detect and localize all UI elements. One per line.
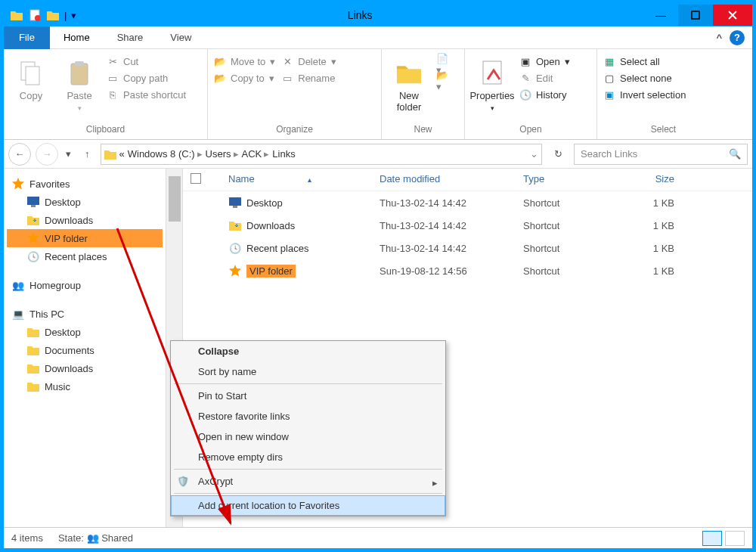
help-icon[interactable]: ?	[730, 30, 745, 45]
easy-access-icon[interactable]: 📂▾	[436, 75, 448, 87]
search-icon: 🔍	[729, 148, 741, 160]
svg-rect-5	[71, 64, 88, 85]
ctx-remove-empty[interactable]: Remove empty dirs	[171, 447, 445, 467]
star-icon	[228, 264, 242, 278]
table-row[interactable]: VIP folder Sun-19-08-12 14:56 Shortcut 1…	[183, 259, 752, 282]
sidebar-item-downloads[interactable]: Downloads	[7, 359, 163, 377]
monitor-icon	[228, 196, 242, 209]
homegroup-icon: 👥	[11, 278, 25, 292]
table-row[interactable]: 🕓Recent places Thu-13-02-14 14:42 Shortc…	[183, 237, 752, 259]
edit-button[interactable]: ✎Edit	[519, 72, 570, 84]
recent-icon: 🕓	[26, 250, 40, 263]
move-to-button[interactable]: 📂Move to ▾	[214, 55, 275, 67]
table-row[interactable]: Downloads Thu-13-02-14 14:42 Shortcut 1 …	[183, 214, 752, 237]
up-button[interactable]: ↑	[79, 148, 96, 160]
copy-button[interactable]: Copy	[10, 55, 52, 101]
close-button[interactable]	[713, 5, 752, 26]
chevron-right-icon: ▸	[234, 148, 239, 160]
chevron-right-icon: ▸	[197, 148, 203, 160]
select-none-button[interactable]: ▢Select none	[603, 72, 686, 84]
new-folder-button[interactable]: New folder	[388, 55, 430, 113]
ctx-sort[interactable]: Sort by name	[171, 361, 445, 382]
back-button[interactable]: ←	[8, 143, 31, 166]
breadcrumb-part[interactable]: Windows 8 (C:) ▸	[128, 148, 203, 160]
column-headers[interactable]: Name▴ Date modified Type Size	[183, 169, 752, 191]
status-bar: 4 items State: 👥 Shared	[4, 527, 752, 548]
new-icon[interactable]	[28, 8, 42, 22]
breadcrumb-part[interactable]: Users ▸	[206, 148, 239, 160]
sidebar-item-documents[interactable]: Documents	[7, 341, 163, 359]
copy-path-button[interactable]: ▭Copy path	[107, 72, 186, 84]
forward-button[interactable]: →	[36, 143, 58, 166]
breadcrumb-root[interactable]: «	[119, 148, 125, 160]
folder2-icon[interactable]	[46, 8, 60, 22]
star-icon	[26, 231, 40, 245]
icons-view-button[interactable]	[725, 531, 745, 546]
sidebar-item-vip-folder[interactable]: VIP folder	[7, 229, 163, 247]
history-button[interactable]: 🕓History	[519, 88, 570, 101]
paste-shortcut-button[interactable]: ⎘Paste shortcut	[107, 88, 186, 101]
sidebar-item-recent[interactable]: 🕓Recent places	[7, 247, 163, 265]
ctx-open-new[interactable]: Open in new window	[171, 426, 445, 447]
collapse-ribbon-icon[interactable]: ^	[708, 32, 730, 43]
open-button[interactable]: ▣Open ▾	[519, 55, 570, 67]
sidebar-item-desktop[interactable]: Desktop	[7, 193, 163, 211]
address-dropdown-icon[interactable]: ⌄	[530, 148, 538, 160]
chevron-down-icon: ▾	[565, 56, 570, 67]
table-row[interactable]: Desktop Thu-13-02-14 14:42 Shortcut 1 KB	[183, 191, 752, 214]
paste-button[interactable]: Paste ▾	[58, 55, 101, 112]
select-all-button[interactable]: ▦Select all	[603, 55, 686, 67]
maximize-button[interactable]	[678, 5, 713, 26]
folder-icon	[104, 148, 116, 160]
select-all-checkbox[interactable]	[191, 173, 201, 184]
address-bar[interactable]: « Windows 8 (C:) ▸ Users ▸ ACK ▸ Links ⌄	[101, 144, 543, 165]
chevron-down-icon: ▾	[331, 56, 336, 67]
tab-view[interactable]: View	[156, 27, 205, 48]
sidebar-item-downloads[interactable]: Downloads	[7, 211, 163, 229]
shield-icon: 🛡️	[177, 476, 189, 488]
ribbon-group-label: New	[388, 122, 458, 136]
ctx-pin[interactable]: Pin to Start	[171, 386, 445, 406]
item-count: 4 items	[11, 532, 43, 544]
tab-home[interactable]: Home	[50, 27, 104, 48]
monitor-icon	[26, 195, 40, 209]
svg-rect-9	[31, 205, 36, 207]
shortcut-icon: ⎘	[107, 88, 119, 101]
ribbon-group-label: Organize	[214, 122, 375, 136]
tab-share[interactable]: Share	[104, 27, 157, 48]
delete-button[interactable]: ✕Delete ▾	[281, 55, 336, 67]
search-input[interactable]: Search Links 🔍	[574, 144, 748, 165]
invert-selection-button[interactable]: ▣Invert selection	[603, 88, 686, 101]
breadcrumb-part[interactable]: Links	[272, 148, 295, 160]
scroll-thumb[interactable]	[169, 176, 181, 222]
folder-icon[interactable]	[10, 8, 23, 22]
sidebar-item-music[interactable]: Music	[7, 377, 163, 395]
details-view-button[interactable]	[702, 531, 722, 546]
ribbon-group-label: Clipboard	[10, 122, 201, 136]
file-tab[interactable]: File	[4, 26, 50, 49]
ctx-axcrypt[interactable]: 🛡️AxCrypt▸	[171, 471, 445, 492]
sidebar-favorites[interactable]: Favorites	[7, 175, 163, 193]
rename-button[interactable]: ▭Rename	[281, 72, 336, 84]
new-item-icon[interactable]: 📄▾	[436, 58, 448, 70]
sidebar-homegroup[interactable]: 👥Homegroup	[7, 276, 163, 294]
ctx-collapse[interactable]: Collapse	[171, 341, 445, 361]
breadcrumb-part[interactable]: ACK ▸	[242, 148, 270, 160]
ctx-restore[interactable]: Restore favorite links	[171, 406, 445, 426]
copy-icon	[17, 60, 45, 87]
rename-icon: ▭	[281, 72, 293, 84]
edit-icon: ✎	[519, 72, 531, 84]
recent-icon: 🕓	[228, 241, 242, 255]
sidebar-this-pc[interactable]: 💻This PC	[7, 305, 163, 323]
minimize-button[interactable]: —	[643, 5, 678, 26]
sidebar-item-desktop[interactable]: Desktop	[7, 323, 163, 341]
ctx-add-favorites[interactable]: Add current location to Favorites	[171, 495, 445, 516]
copy-to-button[interactable]: 📂Copy to ▾	[214, 72, 275, 84]
open-icon: ▣	[519, 55, 531, 67]
refresh-button[interactable]: ↻	[547, 148, 569, 160]
qat-dropdown-icon[interactable]: ▾	[71, 10, 76, 21]
chevron-right-icon: ▸	[432, 477, 438, 488]
cut-button[interactable]: ✂Cut	[107, 55, 186, 67]
properties-button[interactable]: Properties ▾	[471, 55, 513, 112]
recent-dropdown-icon[interactable]: ▾	[63, 148, 74, 160]
